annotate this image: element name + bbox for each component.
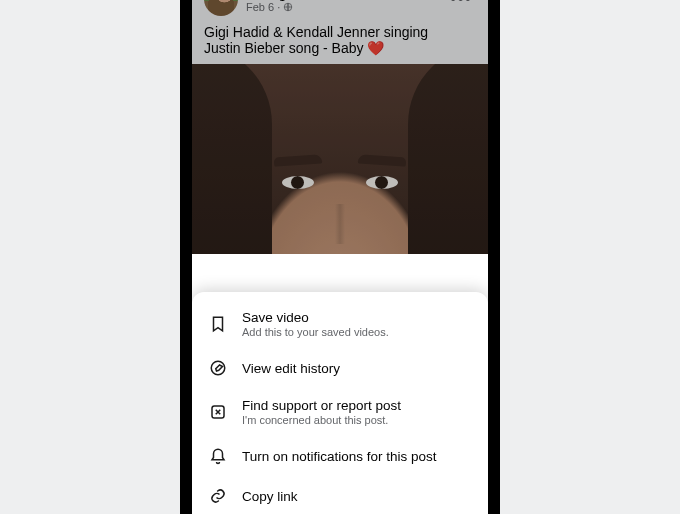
menu-title: Copy link bbox=[242, 489, 298, 504]
menu-title: Save video bbox=[242, 310, 389, 325]
face-illustration bbox=[192, 64, 488, 254]
post-header: Changes Feb 6 · ••• bbox=[192, 0, 488, 24]
menu-title: Turn on notifications for this post bbox=[242, 449, 437, 464]
video-thumbnail[interactable] bbox=[192, 64, 488, 254]
link-icon bbox=[208, 486, 228, 506]
menu-item-copy-link[interactable]: Copy link bbox=[192, 476, 488, 514]
menu-subtitle: I'm concerned about this post. bbox=[242, 414, 401, 426]
post-subline: Feb 6 · bbox=[246, 1, 438, 13]
globe-icon bbox=[283, 2, 293, 12]
menu-item-report[interactable]: Find support or report post I'm concerne… bbox=[192, 388, 488, 436]
avatar[interactable] bbox=[204, 0, 238, 16]
menu-item-save-video[interactable]: Save video Add this to your saved videos… bbox=[192, 300, 488, 348]
post-text-line2: Justin Bieber song - Baby ❤️ bbox=[204, 40, 384, 56]
menu-subtitle: Add this to your saved videos. bbox=[242, 326, 389, 338]
post-caption: Gigi Hadid & Kendall Jenner singing Just… bbox=[192, 24, 488, 64]
post-text-line1: Gigi Hadid & Kendall Jenner singing bbox=[204, 24, 428, 40]
post-meta: Changes Feb 6 · bbox=[246, 0, 438, 13]
action-sheet: Save video Add this to your saved videos… bbox=[192, 292, 488, 514]
menu-title: Find support or report post bbox=[242, 398, 401, 413]
post-date[interactable]: Feb 6 bbox=[246, 1, 274, 13]
menu-item-edit-history[interactable]: View edit history bbox=[192, 348, 488, 388]
report-icon bbox=[208, 402, 228, 422]
phone-frame: Changes Feb 6 · ••• Gigi Hadid & Kendall… bbox=[180, 0, 500, 514]
dot-separator: · bbox=[277, 1, 280, 13]
edit-history-icon bbox=[208, 358, 228, 378]
bookmark-icon bbox=[208, 314, 228, 334]
bell-icon bbox=[208, 446, 228, 466]
menu-title: View edit history bbox=[242, 361, 340, 376]
screen: Changes Feb 6 · ••• Gigi Hadid & Kendall… bbox=[192, 0, 488, 514]
more-options-button[interactable]: ••• bbox=[446, 0, 476, 8]
phone-bezel: Changes Feb 6 · ••• Gigi Hadid & Kendall… bbox=[192, 0, 488, 514]
menu-item-notifications[interactable]: Turn on notifications for this post bbox=[192, 436, 488, 476]
